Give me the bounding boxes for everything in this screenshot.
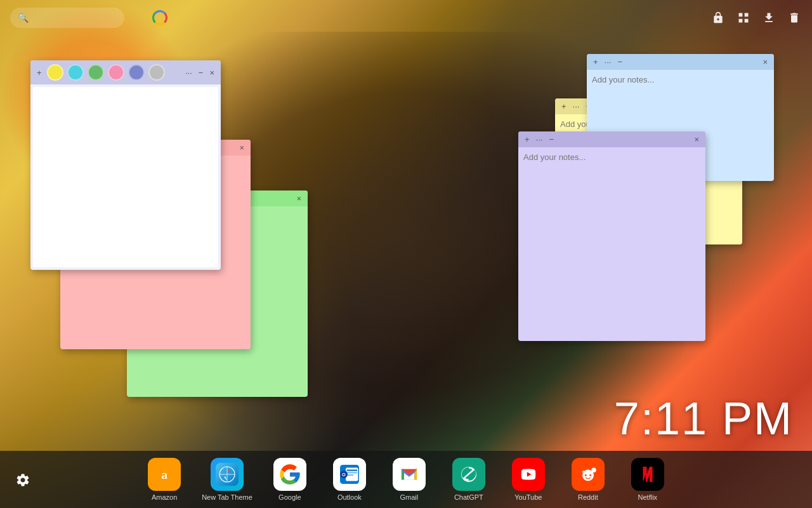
outlook-label: Outlook: [337, 493, 362, 501]
dock-item-gmail[interactable]: Gmail: [387, 458, 431, 501]
note-main-add-button[interactable]: +: [36, 69, 43, 77]
dock-item-outlook[interactable]: O Outlook: [327, 458, 372, 501]
svg-text:a: a: [161, 468, 167, 481]
swatch-blue[interactable]: [128, 64, 145, 81]
gmail-icon: [393, 458, 426, 491]
settings-gear[interactable]: [13, 470, 33, 490]
svg-rect-13: [346, 472, 357, 473]
svg-text:O: O: [342, 472, 346, 478]
note-lavender-close-button[interactable]: ×: [693, 135, 700, 144]
newtabtheme-icon: [211, 458, 244, 491]
svg-rect-12: [346, 470, 357, 471]
dock-item-netflix[interactable]: Netflix: [625, 458, 670, 501]
top-bar: 🔍: [0, 0, 812, 35]
swatch-gray[interactable]: [148, 64, 165, 81]
note-yellow-menu-button[interactable]: ···: [572, 102, 581, 110]
note-lavender-menu-button[interactable]: ···: [535, 135, 544, 144]
clock: 7:11 PM: [614, 392, 793, 444]
top-right-icons: [709, 9, 803, 27]
sticky-note-lavender: + ··· − ×: [518, 131, 705, 341]
note-main-menu-button[interactable]: ···: [184, 69, 193, 77]
svg-point-24: [589, 474, 591, 476]
note-lavender-header: + ··· − ×: [518, 131, 705, 147]
google-icon: [273, 458, 306, 491]
youtube-icon: [512, 458, 545, 491]
svg-rect-14: [346, 474, 353, 476]
netflix-label: Netflix: [638, 493, 658, 501]
youtube-label: YouTube: [514, 493, 542, 501]
color-swatches: [47, 64, 180, 81]
note-yellow-add-button[interactable]: +: [560, 102, 568, 110]
dock-item-amazon[interactable]: a Amazon: [142, 458, 187, 501]
note-green-close-button[interactable]: ×: [295, 194, 303, 203]
download-icon[interactable]: [760, 9, 778, 27]
dock-item-youtube[interactable]: YouTube: [506, 458, 551, 501]
note-blue-minimize-button[interactable]: −: [616, 58, 624, 66]
bottom-dock: a Amazon New Tab Theme: [0, 451, 812, 508]
swatch-green[interactable]: [88, 64, 104, 81]
google-logo: [152, 10, 167, 25]
note-blue-header: + ··· − ×: [587, 54, 774, 70]
chatgpt-icon: [452, 458, 485, 491]
note-main-body[interactable]: [33, 87, 218, 267]
note-blue-add-button[interactable]: +: [592, 58, 599, 66]
svg-point-23: [585, 474, 587, 476]
note-lavender-textarea[interactable]: [518, 147, 705, 341]
dock-item-newtabtheme[interactable]: New Tab Theme: [202, 458, 252, 501]
reddit-label: Reddit: [578, 493, 598, 501]
outlook-icon: O: [333, 458, 366, 491]
search-icon: 🔍: [18, 13, 29, 23]
dock-item-google[interactable]: Google: [268, 458, 312, 501]
svg-point-27: [592, 468, 596, 472]
dock-item-reddit[interactable]: + Reddit: [566, 458, 610, 501]
reddit-icon: +: [572, 458, 605, 491]
note-lavender-add-button[interactable]: +: [523, 135, 531, 144]
swatch-yellow[interactable]: [47, 64, 63, 81]
note-main-minimize-button[interactable]: −: [197, 69, 205, 77]
note-blue-close-button[interactable]: ×: [761, 58, 769, 66]
swatch-cyan[interactable]: [67, 64, 84, 81]
lock-icon[interactable]: [709, 9, 727, 27]
note-lavender-minimize-button[interactable]: −: [547, 135, 555, 144]
amazon-icon: a: [148, 458, 181, 491]
gmail-label: Gmail: [400, 493, 418, 501]
netflix-icon: [631, 458, 664, 491]
trash-icon[interactable]: [785, 9, 803, 27]
newtabtheme-label: New Tab Theme: [202, 493, 252, 501]
sticky-note-main: + ··· − ×: [30, 60, 221, 270]
swatch-pink[interactable]: [108, 64, 124, 81]
note-main-close-button[interactable]: ×: [208, 69, 216, 77]
google-label: Google: [278, 493, 301, 501]
search-box[interactable]: 🔍: [10, 8, 124, 28]
chatgpt-label: ChatGPT: [454, 493, 483, 501]
amazon-label: Amazon: [152, 493, 177, 501]
note-blue-menu-button[interactable]: ···: [603, 58, 613, 66]
dock-item-chatgpt[interactable]: ChatGPT: [447, 458, 491, 501]
note-pink-close-button[interactable]: ×: [238, 144, 246, 152]
note-main-header: + ··· − ×: [30, 60, 221, 84]
grid-icon[interactable]: [735, 9, 752, 27]
